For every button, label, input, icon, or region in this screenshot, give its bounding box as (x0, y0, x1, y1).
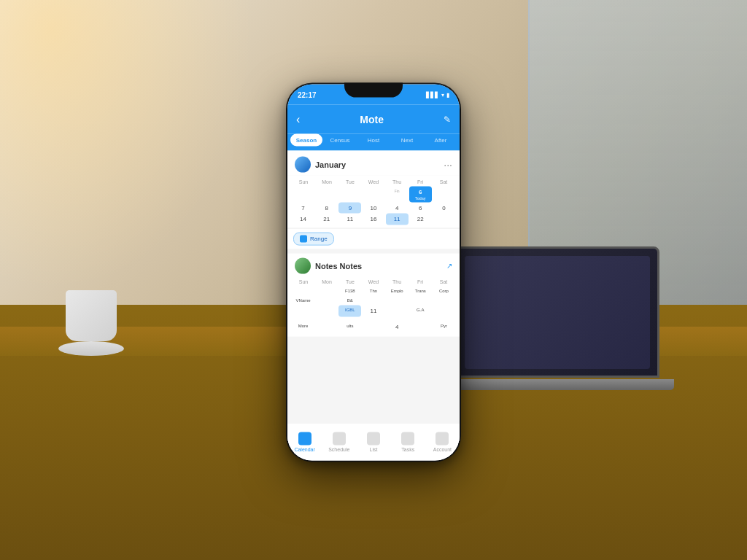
note-cell[interactable]: B& (338, 296, 361, 306)
cal-cell-highlighted[interactable]: 11 (386, 214, 409, 225)
edit-button[interactable]: ✎ (444, 114, 451, 125)
app-header: ‹ Mote ✎ (287, 105, 460, 134)
notes-day-mon: Mon (315, 278, 338, 284)
cal-cell[interactable]: 22 (409, 214, 432, 225)
cal-cell[interactable] (315, 187, 338, 203)
cal-cell[interactable]: 7 (292, 202, 314, 214)
cal-cell[interactable]: 21 (315, 214, 338, 225)
cal-cell[interactable]: 11 (338, 214, 361, 225)
note-cell[interactable]: IGBL (338, 306, 361, 317)
notes-day-thu: Thu (385, 278, 409, 284)
note-cell[interactable]: More (292, 321, 314, 332)
day-mon: Mon (315, 179, 338, 185)
cal-cell[interactable] (433, 214, 455, 225)
nav-list[interactable]: List (356, 428, 390, 456)
nav-account[interactable]: Account (425, 428, 460, 456)
note-cell[interactable] (409, 296, 432, 306)
note-cell[interactable] (433, 316, 455, 321)
range-selector: Range (287, 228, 460, 249)
laptop (455, 246, 674, 392)
january-avatar (295, 157, 311, 173)
cal-cell[interactable] (362, 187, 384, 203)
tab-census[interactable]: Census (324, 134, 356, 147)
day-tue: Tue (338, 179, 362, 185)
cal-cell[interactable]: 0 (433, 202, 455, 214)
nav-calendar-label: Calendar (294, 447, 314, 452)
cal-cell[interactable] (338, 187, 361, 203)
note-cell[interactable]: 4 (386, 321, 409, 332)
laptop-screen (455, 246, 659, 378)
notes-row1: F138 Thn Emplo Trans Corp (292, 286, 455, 295)
cal-cell[interactable]: 4 (386, 202, 409, 214)
cal-cell[interactable]: 16 (362, 214, 384, 225)
tab-host[interactable]: Host (357, 134, 390, 147)
note-cell[interactable]: Corp (433, 286, 455, 295)
notes-row5: More ults 4 Pyr (292, 321, 455, 332)
cal-cell-today[interactable]: 6Today (409, 187, 432, 203)
note-cell[interactable] (409, 316, 432, 321)
note-cell[interactable] (315, 286, 338, 295)
note-cell[interactable] (433, 296, 455, 306)
range-button[interactable]: Range (293, 232, 334, 245)
note-cell[interactable] (292, 306, 314, 317)
january-calendar: Sun Mon Tue Wed Thu Fri Sat (287, 176, 460, 228)
nav-tasks[interactable]: Tasks (391, 428, 425, 456)
note-cell[interactable] (338, 316, 361, 321)
nav-list-label: List (370, 447, 378, 452)
note-cell[interactable]: ults (338, 321, 361, 332)
app-title: Mote (360, 114, 384, 125)
notes-row4 (292, 316, 455, 321)
note-cell[interactable] (409, 321, 432, 332)
tab-after[interactable]: After (425, 134, 457, 147)
cal-cell[interactable] (433, 187, 455, 203)
back-button[interactable]: ‹ (296, 113, 300, 126)
cal-cell[interactable]: Fin (386, 187, 409, 203)
tab-next[interactable]: Next (391, 134, 423, 147)
nav-calendar[interactable]: Calendar (287, 428, 322, 456)
notes-add-icon[interactable]: ↗ (446, 262, 452, 270)
status-time: 22:17 (298, 90, 317, 98)
notes-avatar (295, 257, 311, 273)
cal-cell[interactable] (292, 187, 314, 203)
calendar-icon (298, 432, 311, 446)
cal-cell[interactable]: 10 (362, 202, 384, 214)
note-cell[interactable]: Trans (409, 286, 432, 295)
tab-season[interactable]: Season (290, 134, 322, 147)
note-cell[interactable] (315, 306, 338, 317)
nav-schedule[interactable]: Schedule (322, 428, 356, 456)
nav-account-label: Account (433, 447, 452, 452)
cal-cell-highlighted[interactable]: 9 (338, 202, 361, 214)
note-cell[interactable] (292, 316, 314, 321)
phone-screen: 22:17 ▋▋▋ ▾ ▮ ‹ Mote ✎ Season Census (287, 85, 460, 461)
note-cell[interactable] (315, 316, 338, 321)
note-cell[interactable] (362, 321, 384, 332)
note-cell[interactable] (386, 296, 409, 306)
note-cell[interactable] (362, 296, 384, 306)
note-cell[interactable]: VName (292, 296, 314, 306)
range-label: Range (310, 236, 328, 242)
cal-cell[interactable]: 8 (315, 202, 338, 214)
more-options-button[interactable]: ··· (444, 159, 452, 171)
note-cell[interactable] (315, 296, 338, 306)
bottom-nav: Calendar Schedule List Tasks (287, 423, 460, 461)
note-cell[interactable] (433, 306, 455, 317)
note-cell[interactable]: Emplo (386, 286, 409, 295)
january-title: January (315, 160, 439, 169)
note-cell[interactable]: 11 (362, 306, 384, 317)
phone-wrapper: 22:17 ▋▋▋ ▾ ▮ ‹ Mote ✎ Season Census (286, 83, 461, 462)
note-cell[interactable] (292, 286, 314, 295)
cal-cell[interactable]: 14 (292, 214, 314, 225)
note-cell[interactable]: Thn (362, 286, 384, 295)
nav-tasks-label: Tasks (401, 447, 414, 452)
note-cell[interactable]: G.A (409, 306, 432, 317)
coffee-cup (58, 276, 124, 356)
note-cell[interactable] (315, 321, 338, 332)
note-cell[interactable] (386, 316, 409, 321)
cal-cell[interactable]: 6 (409, 202, 432, 214)
note-cell[interactable]: Pyr (433, 321, 455, 332)
note-cell[interactable]: F138 (338, 286, 361, 295)
list-icon (367, 432, 380, 446)
tabs-bar: Season Census Host Next After (287, 134, 460, 151)
note-cell[interactable] (386, 306, 409, 317)
note-cell[interactable] (362, 316, 384, 321)
